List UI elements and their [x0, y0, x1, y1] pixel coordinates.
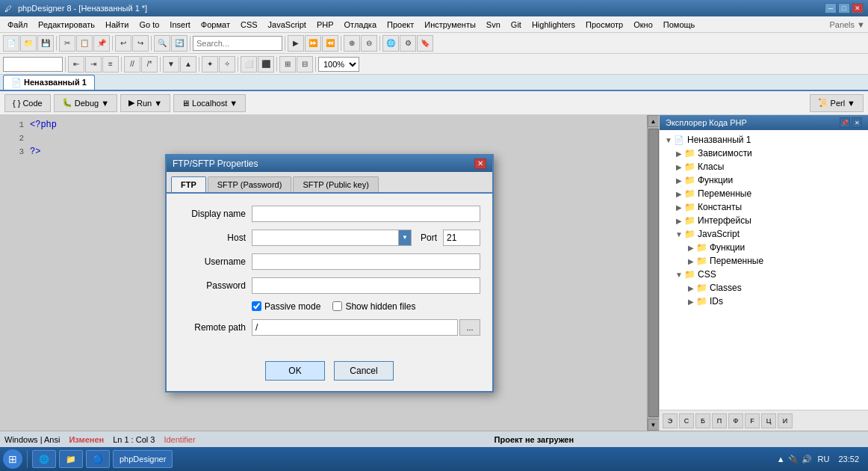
- dialog-tab-ftp[interactable]: FTP: [171, 176, 206, 192]
- tb2-btn-f[interactable]: ⊟: [297, 56, 313, 73]
- new-button[interactable]: 📄: [3, 35, 19, 52]
- taskbar-item-php[interactable]: phpDesigner: [113, 450, 173, 468]
- uncomment-btn[interactable]: /*: [141, 56, 158, 73]
- expand-icon-iface[interactable]: ▶: [675, 217, 683, 225]
- host-dropdown-button[interactable]: ▼: [398, 230, 412, 246]
- tb-btn-c[interactable]: ⏪: [322, 35, 338, 52]
- tray-network[interactable]: 🔌: [788, 455, 799, 464]
- menu-find[interactable]: Найти: [101, 19, 133, 31]
- tree-item-js-functions[interactable]: ▶ 📁 Функции: [663, 241, 865, 254]
- tree-item-css[interactable]: ▼ 📁 CSS: [663, 268, 865, 281]
- cancel-button[interactable]: Cancel: [334, 361, 394, 381]
- expand-icon-js[interactable]: ▼: [675, 230, 683, 238]
- server-button[interactable]: 🖥 Localhost ▼: [173, 94, 246, 112]
- tree-item-javascript[interactable]: ▼ 📁 JavaScript: [663, 227, 865, 241]
- tree-item-interfaces[interactable]: ▶ 📁 Интерфейсы: [663, 214, 865, 227]
- expand-icon-cls[interactable]: ▶: [675, 163, 683, 171]
- menu-css[interactable]: CSS: [236, 19, 262, 31]
- menu-file[interactable]: Файл: [3, 19, 32, 31]
- rp-btn-c[interactable]: С: [679, 413, 694, 428]
- rp-btn-f[interactable]: F: [745, 413, 760, 428]
- outdent-btn[interactable]: ⇥: [85, 56, 102, 73]
- zoom-select[interactable]: 100% 75% 125%: [318, 57, 359, 72]
- panels-button[interactable]: Panels ▼: [829, 20, 865, 29]
- tb-btn-h[interactable]: 🔖: [417, 35, 433, 52]
- tb-btn-e[interactable]: ⊖: [361, 35, 377, 52]
- display-name-input[interactable]: [252, 206, 480, 222]
- tray-arrow[interactable]: ▲: [777, 455, 785, 464]
- show-hidden-checkbox-row[interactable]: Show hidden files: [332, 301, 415, 312]
- menu-debug[interactable]: Отладка: [340, 19, 381, 31]
- menu-php[interactable]: PHP: [312, 19, 338, 31]
- open-button[interactable]: 📁: [20, 35, 37, 52]
- expand-icon-root[interactable]: ▼: [664, 136, 673, 144]
- tree-item-constants[interactable]: ▶ 📁 Константы: [663, 200, 865, 214]
- comment-btn[interactable]: //: [124, 56, 140, 73]
- lang-button[interactable]: 📜 Perl ▼: [810, 94, 864, 112]
- redo-button[interactable]: ↪: [132, 35, 149, 52]
- remote-browse-button[interactable]: ...: [459, 319, 480, 336]
- menu-svn[interactable]: Svn: [482, 19, 505, 31]
- fold-btn[interactable]: ▼: [163, 56, 179, 73]
- rp-btn-ф[interactable]: Ф: [728, 413, 743, 428]
- tb-btn-d[interactable]: ⊕: [344, 35, 360, 52]
- taskbar-item-ie[interactable]: 🌐: [32, 450, 56, 468]
- pin-button[interactable]: 📌: [840, 117, 850, 128]
- rp-btn-и[interactable]: И: [778, 413, 793, 428]
- search-input[interactable]: [193, 36, 282, 51]
- password-input[interactable]: [252, 277, 480, 294]
- menu-goto[interactable]: Go to: [134, 19, 164, 31]
- editor-panel[interactable]: 1 <?php 2 3 ?> FTP/SFTP Properties: [0, 115, 659, 431]
- tb-btn-b[interactable]: ⏩: [305, 35, 321, 52]
- menu-javascript[interactable]: JavaScript: [264, 19, 311, 31]
- tab-unnamed1[interactable]: 📄 Неназванный 1: [3, 75, 95, 90]
- expand-icon-css-ids[interactable]: ▶: [686, 298, 695, 306]
- close-button[interactable]: ✕: [852, 3, 864, 13]
- menu-format[interactable]: Формат: [196, 19, 235, 31]
- remote-path-input[interactable]: [252, 319, 458, 336]
- replace-button[interactable]: 🔄: [171, 35, 187, 52]
- tree-item-variables[interactable]: ▶ 📁 Переменные: [663, 187, 865, 200]
- tray-volume[interactable]: 🔊: [802, 455, 812, 464]
- maximize-button[interactable]: □: [838, 3, 850, 13]
- host-input[interactable]: [252, 230, 398, 246]
- port-input[interactable]: [443, 230, 480, 246]
- menu-help[interactable]: Помощь: [659, 19, 700, 31]
- expand-icon-css[interactable]: ▼: [675, 271, 683, 279]
- expand-icon-dep[interactable]: ▶: [675, 150, 683, 158]
- rp-btn-э[interactable]: Э: [663, 413, 678, 428]
- menu-git[interactable]: Git: [506, 19, 526, 31]
- show-hidden-checkbox[interactable]: [332, 301, 342, 311]
- menu-edit[interactable]: Редактировать: [34, 19, 99, 31]
- tree-item-functions[interactable]: ▶ 📁 Функции: [663, 173, 865, 187]
- taskbar-item-browser[interactable]: 🔵: [86, 450, 110, 468]
- expand-icon-css-cls[interactable]: ▶: [686, 284, 695, 292]
- menu-insert[interactable]: Insert: [165, 19, 195, 31]
- tb2-btn-e[interactable]: ⊞: [279, 56, 296, 73]
- tb2-btn-a[interactable]: ✦: [202, 56, 218, 73]
- tb2-btn-b[interactable]: ✧: [219, 56, 235, 73]
- passive-mode-checkbox-row[interactable]: Passive mode: [252, 301, 320, 312]
- tree-item-classes[interactable]: ▶ 📁 Класы: [663, 160, 865, 173]
- expand-icon-var[interactable]: ▶: [675, 190, 683, 198]
- search-button[interactable]: 🔍: [154, 35, 170, 52]
- paste-button[interactable]: 📌: [93, 35, 110, 52]
- indent-btn[interactable]: ⇤: [68, 56, 84, 73]
- copy-button[interactable]: 📋: [76, 35, 93, 52]
- menu-tools[interactable]: Инструменты: [420, 19, 480, 31]
- run-button[interactable]: ▶ Run ▼: [120, 94, 170, 112]
- close-panel-button[interactable]: ✕: [852, 117, 862, 128]
- tb-btn-f[interactable]: 🌐: [382, 35, 399, 52]
- dialog-tab-sftp-pwd[interactable]: SFTP (Password): [208, 176, 292, 192]
- expand-icon-const[interactable]: ▶: [675, 203, 683, 212]
- tree-item-css-classes[interactable]: ▶ 📁 Classes: [663, 281, 865, 295]
- rp-btn-п[interactable]: П: [712, 413, 727, 428]
- tree-item-dependencies[interactable]: ▶ 📁 Зависимости: [663, 147, 865, 160]
- ok-button[interactable]: OK: [265, 361, 325, 381]
- rp-btn-б[interactable]: Б: [695, 413, 710, 428]
- dialog-tab-sftp-key[interactable]: SFTP (Public key): [293, 176, 378, 192]
- tree-item-css-ids[interactable]: ▶ 📁 IDs: [663, 295, 865, 308]
- undo-button[interactable]: ↩: [115, 35, 131, 52]
- tree-item-root[interactable]: ▼ 📄 Неназванный 1: [663, 133, 865, 147]
- expand-icon-js-fn[interactable]: ▶: [686, 244, 695, 252]
